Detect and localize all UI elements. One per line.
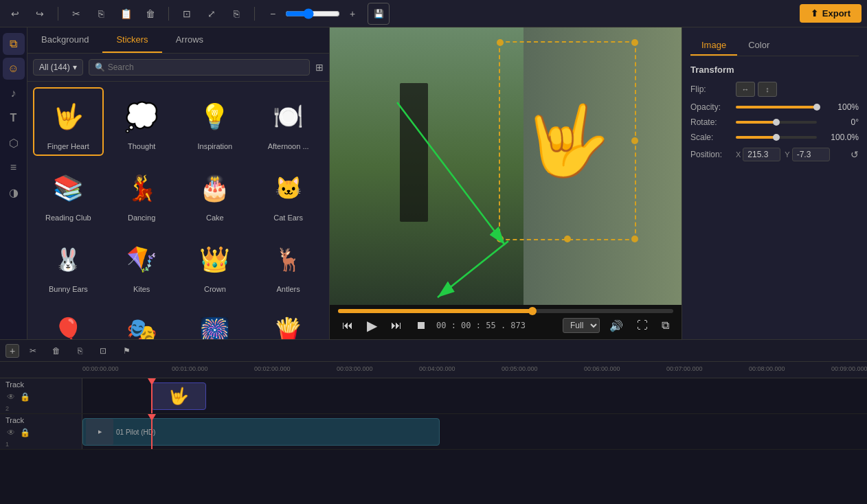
add-track-button[interactable]: + xyxy=(5,344,19,358)
more-btn-2[interactable]: ⎘ xyxy=(227,4,246,23)
ruler-mark-3: 00:03:00.000 xyxy=(337,365,373,372)
progress-thumb[interactable] xyxy=(528,307,537,315)
skip-forward-button[interactable]: ⏭ xyxy=(387,318,406,333)
sticker-item-cat-ears[interactable]: 🐱 Cat Ears xyxy=(253,159,324,227)
sticker-label-cake: Cake xyxy=(206,214,224,222)
paste-button[interactable]: 📋 xyxy=(116,4,135,23)
sticker-item-cake[interactable]: 🎂 Cake xyxy=(180,159,251,227)
sticker-label-finger-heart: Finger Heart xyxy=(47,142,89,150)
sticker-item-afternoon[interactable]: 🍽️ Afternoon ... xyxy=(253,87,324,156)
timeline-more-btn2[interactable]: ⚑ xyxy=(117,341,136,360)
tab-background[interactable]: Background xyxy=(27,27,102,53)
sticker-item-inspiration[interactable]: 💡 Inspiration xyxy=(180,87,251,156)
sticker-item-crown[interactable]: 👑 Crown xyxy=(180,230,251,299)
ruler-area: 00:00:00.000 00:01:00.000 00:02:00.000 0… xyxy=(82,362,867,375)
ruler-mark-0: 00:00:00.000 xyxy=(82,365,119,372)
rotate-slider[interactable] xyxy=(736,121,817,124)
zoom-out-button[interactable]: − xyxy=(263,4,282,23)
sticker-item-antlers[interactable]: 🦌 Antlers xyxy=(253,230,324,299)
sticker-item-jester-hat[interactable]: 🎭 Jester Hat xyxy=(106,301,177,339)
crop-button[interactable]: ⊡ xyxy=(177,4,196,23)
fullscreen-button[interactable]: ⛶ xyxy=(633,318,652,333)
sticker-item-finger-heart[interactable]: 🤟 Finger Heart xyxy=(33,87,104,156)
reset-position-button[interactable]: ↺ xyxy=(851,149,859,160)
delete-button[interactable]: 🗑 xyxy=(141,4,160,23)
play-button[interactable]: ▶ xyxy=(363,316,381,335)
track-lock-video[interactable]: 🔒 xyxy=(19,427,30,438)
handle-bl[interactable] xyxy=(497,236,504,242)
sticker-item-balloons[interactable]: 🎈 Balloons xyxy=(33,301,104,339)
video-clip[interactable]: ▶ 01 Pilot (HD) xyxy=(82,418,440,446)
sticker-selection-box[interactable]: 🤟 xyxy=(499,41,636,240)
export-button[interactable]: ⬆ Export xyxy=(800,4,862,23)
sidebar-item-text[interactable]: T xyxy=(3,107,25,129)
handle-br[interactable] xyxy=(631,236,638,242)
sticker-item-reading-club[interactable]: 📚 Reading Club xyxy=(33,159,104,227)
scale-slider-thumb[interactable] xyxy=(773,134,780,141)
ruler-mark-4: 00:04:00.000 xyxy=(419,365,455,372)
handle-mr[interactable] xyxy=(631,137,638,144)
scale-slider[interactable] xyxy=(736,136,817,139)
sticker-thumb-antlers: 🦌 xyxy=(261,236,316,284)
flip-label: Flip: xyxy=(690,84,732,94)
handle-tr[interactable] xyxy=(631,39,638,46)
more-btn-1[interactable]: ⤢ xyxy=(202,4,221,23)
timeline-transform-btn[interactable]: ⊡ xyxy=(93,341,113,360)
track-visibility-sticker[interactable]: 👁 xyxy=(5,391,16,402)
zoom-in-button[interactable]: + xyxy=(343,4,362,23)
tab-arrows[interactable]: Arrows xyxy=(162,27,217,53)
rotate-slider-thumb[interactable] xyxy=(773,119,780,126)
split-button[interactable]: ✂ xyxy=(67,4,86,23)
opacity-slider[interactable] xyxy=(736,106,817,108)
save-button[interactable]: 💾 xyxy=(368,3,390,25)
sticker-item-kites[interactable]: 🪁 Kites xyxy=(106,230,177,299)
search-input[interactable] xyxy=(108,62,304,72)
sidebar-item-filter[interactable]: ≡ xyxy=(3,157,25,179)
filter-dropdown[interactable]: All (144) ▾ xyxy=(33,59,83,76)
scale-row: Scale: 100.0% xyxy=(690,133,859,142)
timeline-tracks: Track 👁 🔒 2 🤟 Track 👁 xyxy=(0,378,867,504)
opacity-slider-thumb[interactable] xyxy=(813,104,820,111)
flip-row: Flip: ↔ ↕ xyxy=(690,82,859,97)
flip-horizontal-button[interactable]: ↔ xyxy=(736,82,755,97)
sidebar-item-stickers[interactable]: ☺ xyxy=(3,58,25,80)
track-visibility-video[interactable]: 👁 xyxy=(5,427,16,438)
sticker-item-bunny-ears[interactable]: 🐰 Bunny Ears xyxy=(33,230,104,299)
volume-button[interactable]: 🔊 xyxy=(605,318,627,334)
sticker-clip[interactable]: 🤟 xyxy=(151,382,206,410)
grid-toggle-icon[interactable]: ⊞ xyxy=(315,62,324,73)
zoom-slider[interactable] xyxy=(285,8,340,19)
progress-fill xyxy=(338,309,532,313)
sidebar-item-effects[interactable]: ⬡ xyxy=(3,132,25,154)
sticker-item-thought[interactable]: 💭 Thought xyxy=(106,87,177,156)
track-lock-sticker[interactable]: 🔒 xyxy=(19,391,30,402)
pos-y-input[interactable] xyxy=(792,148,830,161)
pos-x-input[interactable] xyxy=(743,148,780,161)
timeline-split-btn[interactable]: ✂ xyxy=(23,341,43,360)
pip-button[interactable]: ⧉ xyxy=(657,318,673,333)
sidebar-item-audio[interactable]: ♪ xyxy=(3,82,25,104)
sticker-item-fresh-fries[interactable]: 🍟 Fresh Fries xyxy=(253,301,324,339)
skip-back-button[interactable]: ⏮ xyxy=(338,318,357,333)
right-tab-color[interactable]: Color xyxy=(737,36,780,56)
sidebar-item-mask[interactable]: ◑ xyxy=(3,181,25,203)
timeline-more-btn1[interactable]: ⎘ xyxy=(70,341,89,360)
redo-button[interactable]: ↪ xyxy=(30,4,49,23)
sticker-item-dancing[interactable]: 💃 Dancing xyxy=(106,159,177,227)
stop-button[interactable]: ⏹ xyxy=(412,318,431,333)
track-header-video: Track 👁 🔒 1 xyxy=(0,414,82,449)
copy-button[interactable]: ⎘ xyxy=(91,4,111,23)
tab-stickers[interactable]: Stickers xyxy=(102,27,161,53)
undo-button[interactable]: ↩ xyxy=(5,4,25,23)
flip-vertical-button[interactable]: ↕ xyxy=(758,82,777,97)
sticker-item-fireworks[interactable]: 🎆 Fireworks xyxy=(180,301,251,339)
quality-select[interactable]: Full 1/2 1/4 xyxy=(563,318,600,333)
progress-bar[interactable] xyxy=(338,309,673,313)
right-tab-image[interactable]: Image xyxy=(690,36,737,56)
search-box[interactable]: 🔍 xyxy=(89,59,310,76)
panel-filter: All (144) ▾ 🔍 ⊞ xyxy=(27,54,329,82)
timeline-delete-btn[interactable]: 🗑 xyxy=(47,341,66,360)
handle-tl[interactable] xyxy=(497,39,504,46)
handle-bm[interactable] xyxy=(564,236,571,242)
sidebar-item-layers[interactable]: ⧉ xyxy=(3,33,25,55)
